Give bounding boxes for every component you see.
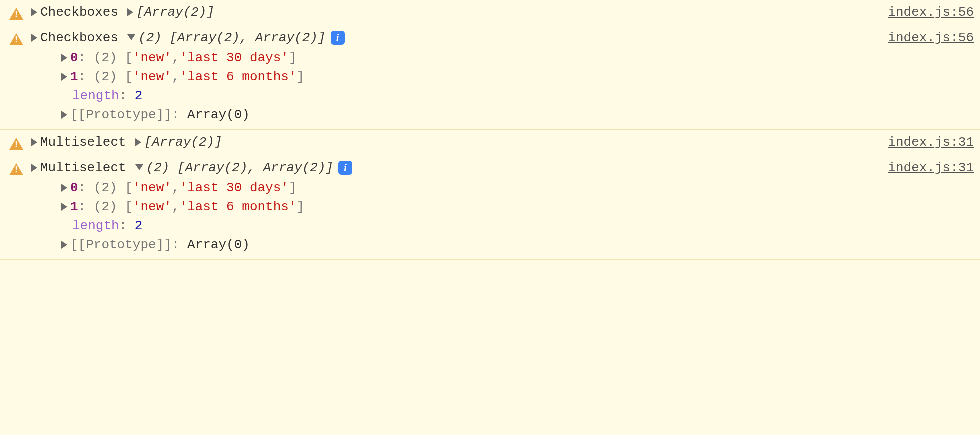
source-link[interactable]: index.js:31 (888, 160, 974, 176)
expand-toggle[interactable] (31, 34, 37, 42)
console-entry: Checkboxes [Array(2)] index.js:56 (0, 0, 980, 26)
console-entry: Multiselect (2) [Array(2), Array(2)] i 0… (0, 155, 980, 260)
length-property: length: 2 (31, 216, 878, 236)
expand-toggle[interactable] (31, 138, 37, 146)
summary-body: [Array(2), Array(2)] (169, 30, 325, 46)
prop-name: [[Prototype]] (70, 108, 172, 122)
collapse-toggle[interactable] (127, 34, 135, 40)
item-count: (2) (94, 200, 117, 214)
expand-toggle[interactable] (31, 164, 37, 172)
item-index: 0 (70, 180, 78, 196)
expand-toggle[interactable] (61, 184, 67, 192)
log-label: Multiselect (40, 135, 126, 150)
expand-toggle[interactable] (61, 54, 67, 62)
collapse-toggle[interactable] (135, 164, 143, 170)
warning-icon (9, 138, 23, 150)
object-summary[interactable]: (2) [Array(2), Array(2)] (146, 160, 333, 176)
length-property: length: 2 (31, 86, 878, 106)
warning-icon (9, 164, 23, 176)
object-summary[interactable]: [Array(2)] (136, 5, 214, 20)
warning-icon (9, 8, 23, 20)
object-summary[interactable]: [Array(2)] (144, 135, 222, 150)
expanded-children: 0: (2) ['new', 'last 30 days'] 1: (2) ['… (31, 48, 878, 124)
expand-toggle[interactable] (61, 241, 67, 249)
expand-toggle[interactable] (61, 73, 67, 81)
console-entry: Checkboxes (2) [Array(2), Array(2)] i 0:… (0, 25, 980, 130)
prop-value: Array(0) (187, 108, 250, 122)
log-label: Multiselect (40, 160, 126, 176)
item-count: (2) (94, 70, 117, 84)
expand-toggle[interactable] (61, 111, 67, 119)
array-item[interactable]: 1: (2) ['new', 'last 6 months'] (31, 198, 878, 216)
expand-toggle[interactable] (127, 8, 133, 16)
message: Multiselect (2) [Array(2), Array(2)] i 0… (31, 160, 878, 254)
summary-body: [Array(2), Array(2)] (177, 160, 333, 176)
item-index: 0 (70, 50, 78, 66)
item-index: 1 (70, 200, 78, 214)
warning-icon (9, 34, 23, 46)
item-index: 1 (70, 70, 78, 84)
expand-toggle[interactable] (61, 203, 67, 211)
expanded-children: 0: (2) ['new', 'last 30 days'] 1: (2) ['… (31, 178, 878, 254)
summary-count: (2) (138, 30, 162, 46)
expand-toggle[interactable] (135, 138, 141, 146)
prop-name: length (72, 88, 119, 104)
message: Checkboxes [Array(2)] (31, 5, 878, 20)
item-count: (2) (94, 50, 117, 66)
prop-value: Array(0) (187, 238, 250, 252)
prop-value: 2 (135, 218, 143, 234)
info-icon[interactable]: i (331, 31, 345, 45)
object-summary[interactable]: (2) [Array(2), Array(2)] (138, 30, 325, 46)
source-link[interactable]: index.js:31 (888, 135, 974, 150)
log-label: Checkboxes (40, 30, 118, 46)
source-link[interactable]: index.js:56 (888, 30, 974, 46)
message: Multiselect [Array(2)] (31, 135, 878, 150)
source-link[interactable]: index.js:56 (888, 5, 974, 20)
prop-name: [[Prototype]] (70, 238, 172, 252)
array-item[interactable]: 0: (2) ['new', 'last 30 days'] (31, 178, 878, 198)
prop-name: length (72, 218, 119, 234)
item-count: (2) (94, 180, 117, 196)
expand-toggle[interactable] (31, 8, 37, 16)
log-label: Checkboxes (40, 5, 118, 20)
prop-value: 2 (135, 88, 143, 104)
console-entry: Multiselect [Array(2)] index.js:31 (0, 130, 980, 156)
message: Checkboxes (2) [Array(2), Array(2)] i 0:… (31, 30, 878, 124)
prototype-property[interactable]: [[Prototype]]: Array(0) (31, 236, 878, 254)
array-item[interactable]: 0: (2) ['new', 'last 30 days'] (31, 48, 878, 68)
array-item[interactable]: 1: (2) ['new', 'last 6 months'] (31, 68, 878, 86)
summary-count: (2) (146, 160, 170, 176)
info-icon[interactable]: i (338, 161, 352, 175)
prototype-property[interactable]: [[Prototype]]: Array(0) (31, 106, 878, 124)
